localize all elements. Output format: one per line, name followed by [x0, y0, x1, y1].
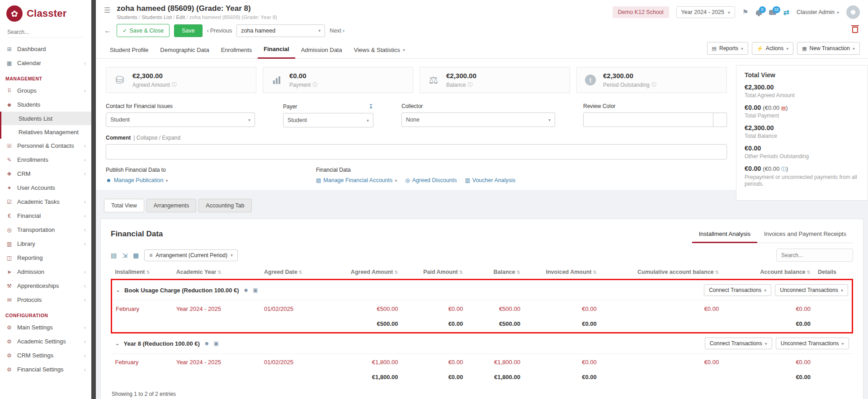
- sidebar-search-input[interactable]: [7, 27, 84, 38]
- menu-toggle-icon[interactable]: ☰: [104, 6, 110, 14]
- column-header-details[interactable]: Details: [814, 265, 853, 280]
- school-badge[interactable]: Demo K12 School: [613, 6, 669, 18]
- sidebar-item-reporting[interactable]: ◫Reporting: [0, 251, 91, 265]
- columns-icon[interactable]: ▦: [133, 252, 139, 259]
- tab-installment-analysis[interactable]: Installment Analysis: [692, 226, 757, 243]
- sidebar-item-calendar[interactable]: ▦Calendar‹: [0, 56, 91, 70]
- contact-select[interactable]: Student▾: [106, 113, 255, 127]
- sidebar-item-crm-settings[interactable]: ⚙CRM Settings‹: [0, 348, 91, 362]
- download-icon[interactable]: ↧: [368, 103, 373, 110]
- collapse-expand-toggle[interactable]: | Collapse / Expand: [133, 135, 180, 141]
- table-search-input[interactable]: [776, 249, 853, 262]
- messages-button[interactable]: 32: [769, 10, 776, 15]
- previous-button[interactable]: ‹Previous: [207, 28, 232, 34]
- export-icon[interactable]: ▤: [111, 252, 117, 259]
- collapse-caret-icon[interactable]: ⌄: [116, 287, 120, 293]
- column-header-cumulative-balance[interactable]: Cumulative account balance⇅: [600, 265, 722, 280]
- members-icon[interactable]: ☻: [204, 340, 210, 347]
- tab-demographic-data[interactable]: Demographic Data: [154, 42, 215, 58]
- unconnect-transactions-button[interactable]: Unconnect Transactions▾: [776, 338, 849, 349]
- avatar[interactable]: ☻: [846, 5, 860, 19]
- column-header-installment[interactable]: Installment⇅: [112, 265, 173, 280]
- copy-icon[interactable]: ▣: [253, 287, 258, 293]
- sidebar-item-transportation[interactable]: ◎Transportation‹: [0, 223, 91, 237]
- sidebar-item-library[interactable]: ▥Library‹: [0, 237, 91, 251]
- sidebar-item-main-settings[interactable]: ⚙Main Settings‹: [0, 320, 91, 334]
- collapse-caret-icon[interactable]: ⌄: [115, 340, 120, 347]
- sidebar-item-apprenticeships[interactable]: ⚒Apprenticeships‹: [0, 279, 91, 293]
- collector-select[interactable]: None▾: [401, 113, 555, 127]
- info-icon[interactable]: ⓘ: [651, 81, 656, 88]
- tab-enrollments[interactable]: Enrollments: [215, 42, 258, 58]
- sidebar-item-dashboard[interactable]: ⊞Dashboard: [0, 42, 91, 56]
- sidebar-item-relatives-management[interactable]: Relatives Management: [1, 125, 91, 139]
- sidebar-item-financial-settings[interactable]: ⚙Financial Settings‹: [0, 362, 91, 376]
- brand-logo[interactable]: ✿ Classter: [0, 0, 91, 25]
- save-button[interactable]: Save: [174, 24, 203, 37]
- next-button[interactable]: Next›: [330, 28, 344, 34]
- back-button[interactable]: ←: [104, 27, 111, 35]
- save-close-button[interactable]: ✓Save & Close: [117, 24, 170, 37]
- manage-financial-accounts-link[interactable]: ▤Manage Financial Accounts▾: [316, 177, 397, 183]
- sidebar-item-academic-tasks[interactable]: ☑Academic Tasks‹: [0, 195, 91, 209]
- arrangement-select[interactable]: ≡Arrangement (Current Period)▾: [144, 249, 238, 261]
- sidebar-item-academic-settings[interactable]: ⚙Academic Settings‹: [0, 334, 91, 348]
- info-icon[interactable]: ⓘ: [467, 81, 472, 88]
- column-header-agreed-amount[interactable]: Agreed Amount⇅: [333, 265, 401, 280]
- tab-views-statistics[interactable]: Views & Statistics▾: [348, 42, 411, 58]
- sidebar-item-students[interactable]: ☻Students: [0, 98, 91, 112]
- column-header-agreed-date[interactable]: Agreed Date⇅: [260, 265, 333, 280]
- column-header-account-balance[interactable]: Account balance⇅: [722, 265, 814, 280]
- sidebar-item-admission[interactable]: ➤Admission‹: [0, 265, 91, 279]
- connect-transactions-button[interactable]: Connect Transactions▾: [704, 284, 771, 296]
- column-header-balance[interactable]: Balance⇅: [467, 265, 524, 280]
- column-header-invoiced-amount[interactable]: Invoiced Amount⇅: [524, 265, 600, 280]
- agreed-discounts-link[interactable]: ◎Agreed Discounts: [405, 177, 457, 183]
- members-icon[interactable]: ☻: [243, 287, 249, 293]
- year-selector[interactable]: Year 2024 - 2025▾: [676, 6, 735, 18]
- tab-arrangements[interactable]: Arrangements: [146, 199, 197, 212]
- manage-publication-link[interactable]: ☻Manage Publication▾: [106, 177, 168, 183]
- connect-transactions-button[interactable]: Connect Transactions▾: [705, 338, 772, 349]
- notifications-button[interactable]: 0: [756, 10, 762, 15]
- fullscreen-icon[interactable]: ⇲: [122, 252, 127, 259]
- voucher-analysis-link[interactable]: ▥Voucher Analysis: [465, 177, 515, 183]
- breadcrumb-item[interactable]: Edit: [172, 14, 185, 20]
- user-menu[interactable]: Classter Admin▾: [797, 9, 839, 15]
- sidebar-item-crm[interactable]: ❖CRM‹: [0, 167, 91, 181]
- tab-accounting[interactable]: Accounting Tab: [198, 199, 251, 212]
- column-header-academic-year[interactable]: Academic Year⇅: [173, 265, 260, 280]
- tab-total-view[interactable]: Total View: [104, 199, 144, 212]
- tab-invoices-receipts[interactable]: Invoices and Payment Receipts: [757, 226, 853, 243]
- tab-student-profile[interactable]: Student Profile: [104, 42, 154, 58]
- sidebar-item-enrollments[interactable]: ✎Enrollments‹: [0, 153, 91, 167]
- copy-icon[interactable]: ▣: [214, 340, 219, 347]
- switch-user-icon[interactable]: ⇄: [783, 8, 789, 17]
- info-icon[interactable]: ⓘ: [781, 166, 786, 172]
- sidebar-item-protocols[interactable]: ✉Protocols‹: [0, 293, 91, 307]
- column-header-paid-amount[interactable]: Paid Amount⇅: [402, 265, 467, 280]
- info-icon[interactable]: ⓘ: [172, 81, 177, 88]
- breadcrumb-item[interactable]: Students: [117, 14, 137, 20]
- sidebar-item-personnel-contacts[interactable]: ☏Personnel & Contacts‹: [0, 139, 91, 153]
- sidebar-item-user-accounts[interactable]: ✦User Accounts: [0, 181, 91, 195]
- unconnect-transactions-button[interactable]: Unconnect Transactions▾: [775, 284, 848, 296]
- sidebar-item-groups[interactable]: ⠿Groups‹: [0, 84, 91, 98]
- student-selector[interactable]: zoha hameed▾: [236, 24, 325, 37]
- sidebar-scrollbar[interactable]: [91, 0, 96, 399]
- delete-button[interactable]: [850, 25, 860, 37]
- tab-admission-data[interactable]: Admission Data: [295, 42, 348, 58]
- flag-icon[interactable]: ⚑: [742, 8, 748, 16]
- reports-button[interactable]: ▤Reports▾: [707, 42, 748, 55]
- actions-button[interactable]: ⚡Actions▾: [752, 42, 793, 55]
- info-icon[interactable]: ⓘ: [312, 81, 317, 88]
- comment-input[interactable]: [106, 144, 727, 160]
- payer-select[interactable]: Student▾: [283, 113, 373, 127]
- tab-financial[interactable]: Financial: [258, 41, 295, 59]
- color-swatch-button[interactable]: [713, 113, 727, 127]
- review-color-input[interactable]: [583, 113, 713, 127]
- sidebar-item-students-list[interactable]: Students List: [1, 112, 91, 125]
- receipt-icon[interactable]: ▤: [781, 105, 786, 111]
- sidebar-item-financial[interactable]: €Financial‹: [0, 209, 91, 223]
- breadcrumb-item[interactable]: Students List: [137, 14, 172, 20]
